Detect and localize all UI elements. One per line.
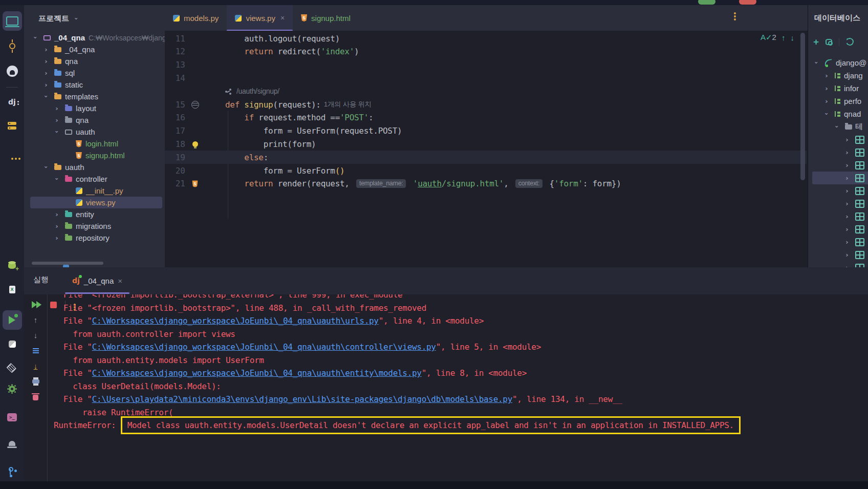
code-line[interactable]: 14 [165,71,807,84]
chevron-down-icon[interactable]: › [32,35,39,41]
chevron-right-icon[interactable]: › [844,251,850,258]
db-tree-item[interactable]: ›djang [808,69,868,82]
clear-console-icon[interactable] [33,392,38,401]
tree-item-layout[interactable]: ›layout [24,102,165,114]
tree-item-__init__.py[interactable]: __init__.py [24,185,165,197]
chevron-right-icon[interactable]: › [823,98,830,104]
tree-item-signup.html[interactable]: 5signup.html [24,150,165,161]
db-tree-item[interactable]: ›perfo [808,95,868,108]
run-session-tab[interactable]: dj _04_qna × [65,267,129,294]
chevron-right-icon[interactable]: › [43,58,49,65]
inspection-widget[interactable]: A✓2 ↑ ↓ [761,33,794,42]
tree-item-templates[interactable]: ›templates [24,91,165,102]
tree-item-static[interactable]: ›static [24,79,165,91]
tree-item-_04_qna[interactable]: ›_04_qna [24,44,165,55]
project-panel-header[interactable]: 프로젝트 › [38,14,79,24]
editor-tab-signup.html[interactable]: 5signup.html [293,5,359,31]
chevron-down-icon[interactable]: › [823,111,830,117]
tree-item-migrations[interactable]: ›migrations [24,220,165,232]
stacktrace-link[interactable]: C:\Users\playdata2\miniconda3\envs\djang… [92,394,512,404]
chevron-right-icon[interactable]: › [844,213,850,220]
tree-item-qna[interactable]: ›qna [24,55,165,67]
db-tree-item[interactable]: › [808,146,868,159]
db-tree-item[interactable]: › [808,210,868,223]
down-stack-icon[interactable]: ↓ [34,330,38,340]
stacktrace-link[interactable]: C:\Worksapces\django_workspace\JoEunbi\_… [92,342,436,352]
run-button[interactable] [698,0,715,5]
db-tree-item[interactable]: › [808,159,868,172]
scroll-to-end-icon[interactable]: ↓ [34,361,38,371]
tree-item-uauth[interactable]: ›uauth [24,161,165,173]
chevron-down-icon[interactable]: › [834,124,840,130]
python-packages[interactable] [0,341,24,348]
project-tool[interactable] [0,11,24,31]
code-line[interactable]: 11 auth.logout(request) [165,32,807,45]
up-stack-icon[interactable]: ↑ [34,315,38,325]
chevron-right-icon[interactable]: › [844,200,850,207]
db-tree-item[interactable]: › [808,261,868,267]
code-line[interactable]: 12 return redirect('index') [165,45,807,58]
code-line[interactable]: /uauth/signup/ [165,84,807,98]
rerun-icon[interactable] [32,301,42,308]
notifications-tool[interactable] [0,441,24,446]
editor-scrollbar[interactable] [800,33,805,180]
chevron-right-icon[interactable]: › [823,85,830,92]
tree-item-entity[interactable]: ›entity [24,208,165,220]
soft-wrap-icon[interactable] [33,346,39,355]
print-icon[interactable] [32,376,39,386]
code-line[interactable]: 18 print(form) [165,137,807,151]
code-editor[interactable]: 11 auth.logout(request)12 return redirec… [165,31,807,267]
tree-item-sql[interactable]: ›sql [24,67,165,79]
excel-export[interactable]: X [0,286,24,293]
tree-item-repository[interactable]: ›repository [24,232,165,244]
code-line[interactable]: 215 return render(request, template_name… [165,177,807,190]
database-new[interactable] [0,263,24,269]
chevron-right-icon[interactable]: › [844,187,850,194]
chevron-down-icon[interactable]: › [54,176,60,182]
chevron-right-icon[interactable]: › [43,46,49,53]
tree-item-login.html[interactable]: 5login.html [24,138,165,150]
more-tools[interactable] [0,158,24,160]
code-line[interactable]: 13 [165,58,807,72]
tree-item-controller[interactable]: ›controller [24,173,165,185]
db-tree-item[interactable]: ›django@ [808,56,868,69]
editor-tab-models.py[interactable]: models.py [165,5,227,31]
close-icon[interactable]: × [118,277,122,285]
run-tool[interactable] [0,310,24,330]
db-tree-item[interactable]: › [808,184,868,197]
django-tool[interactable]: dj [0,98,24,105]
db-tree-item[interactable]: › [808,133,868,146]
tree-item-qna[interactable]: ›qna [24,114,165,126]
chevron-right-icon[interactable]: › [823,72,830,79]
git-tool[interactable] [0,467,24,476]
chevron-right-icon[interactable]: › [844,239,850,245]
editor-tab-views.py[interactable]: views.py× [227,5,293,31]
database-search-icon[interactable] [826,39,832,45]
stacktrace-link[interactable]: C:\Worksapces\django_workspace\JoEunbi\_… [92,368,422,378]
chevron-down-icon[interactable]: › [813,60,820,66]
refresh-icon[interactable] [845,37,855,47]
structure-tool[interactable] [0,122,24,125]
chevron-right-icon[interactable]: › [54,105,60,112]
code-line[interactable]: 19 else: [165,151,807,164]
chevron-right-icon[interactable]: › [844,175,850,181]
tree-item-_04_qna[interactable]: ›_04_qnaC:₩Worksapces₩django [24,32,165,44]
code-line[interactable]: 15def signup(request):1개의 사용 위치 [165,98,807,111]
prev-problem-arrow-icon[interactable]: ↑ [782,33,786,42]
db-tree-item[interactable]: › [808,236,868,248]
db-tree-item[interactable]: ›infor [808,82,868,95]
chevron-down-icon[interactable]: › [43,94,50,100]
close-icon[interactable]: × [280,14,285,22]
terminal-tool[interactable]: >_ [0,413,24,421]
chevron-down-icon[interactable]: › [54,129,60,135]
code-line[interactable]: 16 if request.method =='POST': [165,111,807,124]
chevron-right-icon[interactable]: › [43,70,49,76]
chevron-down-icon[interactable]: › [43,164,50,171]
commit-tool[interactable] [0,43,24,49]
related-template-icon[interactable]: 5 [192,180,198,187]
tree-item-views.py[interactable]: views.py [30,197,162,208]
settings-tool[interactable] [0,386,24,392]
chevron-right-icon[interactable]: › [54,235,60,241]
chevron-right-icon[interactable]: › [844,149,850,156]
chevron-right-icon[interactable]: › [844,226,850,232]
